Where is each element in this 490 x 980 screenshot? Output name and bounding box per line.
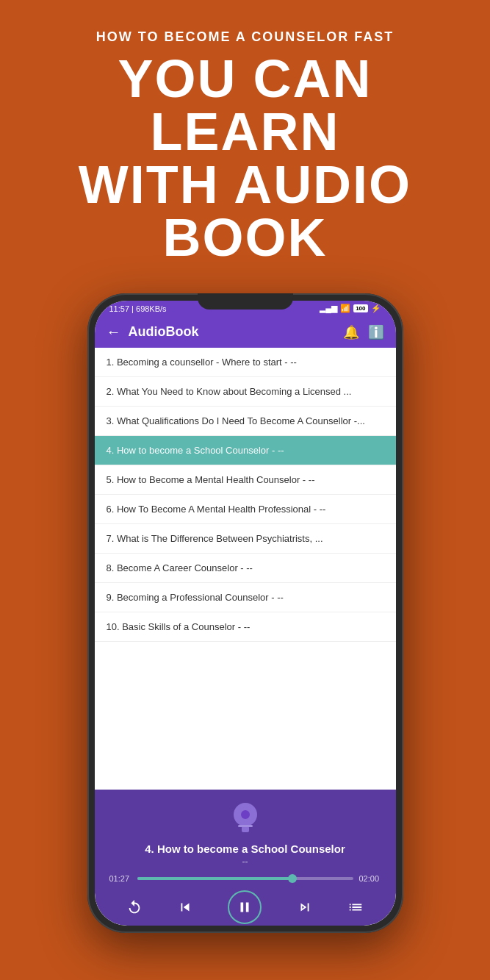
battery-icon: 100 [353, 304, 367, 312]
track-item[interactable]: 2. What You Need to Know about Becoming … [95, 377, 396, 407]
header-action-icons: 🔔 ℹ️ [343, 324, 384, 340]
player-art-area [109, 800, 381, 837]
wifi-icon: 📶 [340, 304, 350, 313]
track-item[interactable]: 7. What is The Difference Between Psychi… [95, 524, 396, 554]
info-icon[interactable]: ℹ️ [368, 324, 384, 340]
track-item[interactable]: 9. Becoming a Professional Counselor - -… [95, 583, 396, 612]
track-item[interactable]: 10. Basic Skills of a Counselor - -- [95, 612, 396, 642]
player-track-sub: -- [109, 856, 381, 867]
player-section: 4. How to become a School Counselor -- 0… [95, 790, 396, 926]
bell-icon[interactable]: 🔔 [343, 324, 359, 340]
phone-body: 11:57 | 698KB/s ▂▄▆ 📶 100 ⚡ ← AudioBook … [87, 293, 403, 933]
track-item[interactable]: 5. How to Become a Mental Health Counsel… [95, 465, 396, 495]
playlist-button[interactable] [347, 899, 364, 915]
replay-button[interactable] [126, 899, 143, 915]
track-list: 1. Becoming a counsellor - Where to star… [95, 348, 396, 782]
page-subtitle: HOW TO BECOME A COUNSELOR FAST [22, 29, 468, 45]
progress-fill [137, 877, 293, 880]
charging-icon: ⚡ [371, 304, 381, 313]
player-art-icon [227, 800, 264, 837]
track-item[interactable]: 6. How To Become A Mental Health Profess… [95, 495, 396, 524]
svg-rect-3 [238, 825, 253, 827]
back-button[interactable]: ← [107, 323, 121, 340]
status-icons: ▂▄▆ 📶 100 ⚡ [320, 304, 381, 313]
app-title: AudioBook [129, 324, 336, 340]
app-header: ← AudioBook 🔔 ℹ️ [95, 316, 396, 348]
svg-point-1 [241, 810, 250, 819]
track-item[interactable]: 1. Becoming a counsellor - Where to star… [95, 348, 396, 377]
status-time-data: 11:57 | 698KB/s [109, 304, 167, 313]
signal-icon: ▂▄▆ [320, 304, 337, 313]
phone-screen: 11:57 | 698KB/s ▂▄▆ 📶 100 ⚡ ← AudioBook … [95, 301, 396, 926]
track-item[interactable]: 3. What Qualifications Do I Need To Beco… [95, 407, 396, 436]
page-main-title: YOU CAN LEARN WITH AUDIO BOOK [22, 52, 468, 264]
play-pause-button[interactable] [228, 890, 262, 924]
track-item[interactable]: 8. Become A Career Counselor - -- [95, 554, 396, 583]
player-track-title: 4. How to become a School Counselor [109, 843, 381, 855]
phone-mockup: 11:57 | 698KB/s ▂▄▆ 📶 100 ⚡ ← AudioBook … [0, 293, 490, 933]
progress-row: 01:27 02:00 [109, 874, 381, 883]
progress-thumb [288, 874, 297, 883]
total-time: 02:00 [359, 874, 381, 883]
next-button[interactable] [297, 899, 313, 915]
svg-rect-2 [242, 826, 249, 832]
phone-notch [198, 293, 293, 310]
track-item[interactable]: 4. How to become a School Counselor - -- [95, 436, 396, 465]
prev-button[interactable] [177, 899, 193, 915]
progress-bar[interactable] [137, 877, 353, 880]
current-time: 01:27 [109, 874, 131, 883]
player-controls [109, 890, 381, 924]
